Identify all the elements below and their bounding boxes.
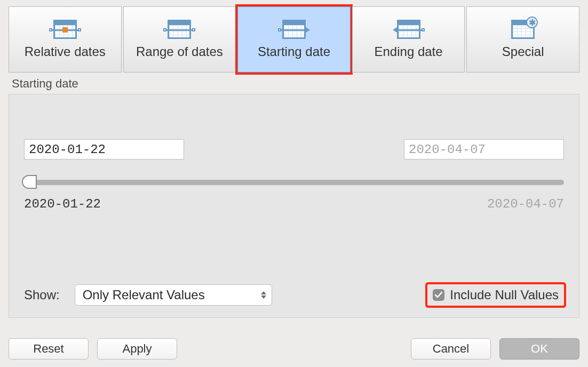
include-null-checkbox[interactable] xyxy=(433,289,444,301)
tab-label: Special xyxy=(502,44,544,59)
end-date-input xyxy=(404,139,564,159)
section-title: Starting date xyxy=(12,77,579,91)
show-select[interactable]: Only Relevant Values xyxy=(75,284,272,306)
date-filter-dialog: Relative dates Range of dates Starting d… xyxy=(0,0,588,367)
tab-ending-date[interactable]: Ending date xyxy=(352,6,465,73)
date-slider[interactable] xyxy=(24,175,564,189)
tab-special[interactable]: ✱ Special xyxy=(466,6,579,73)
calendar-start-icon xyxy=(282,20,306,39)
starting-date-panel: 2020-01-22 2020-04-07 Show: Only Relevan… xyxy=(9,94,579,318)
calendar-relative-icon xyxy=(53,20,77,39)
date-inputs-row xyxy=(24,139,564,159)
cancel-button[interactable]: Cancel xyxy=(411,338,491,360)
start-date-input[interactable] xyxy=(24,139,184,159)
slider-start-label: 2020-01-22 xyxy=(24,197,101,211)
select-stepper-icon xyxy=(256,285,272,305)
show-group: Show: Only Relevant Values xyxy=(24,284,272,306)
check-icon xyxy=(434,291,443,299)
calendar-special-icon: ✱ xyxy=(511,20,535,39)
show-label: Show: xyxy=(24,288,60,302)
apply-button[interactable]: Apply xyxy=(97,338,177,360)
tab-label: Relative dates xyxy=(25,44,106,59)
slider-end-label: 2020-04-07 xyxy=(487,197,564,211)
include-null-group[interactable]: Include Null Values xyxy=(427,284,564,306)
tab-relative-dates[interactable]: Relative dates xyxy=(9,6,122,73)
slider-handle-start[interactable] xyxy=(22,175,36,189)
tab-label: Range of dates xyxy=(136,44,223,59)
calendar-range-icon xyxy=(168,20,191,39)
slider-labels: 2020-01-22 2020-04-07 xyxy=(24,197,564,211)
tab-label: Ending date xyxy=(375,44,443,59)
tab-range-of-dates[interactable]: Range of dates xyxy=(123,6,236,73)
show-select-value: Only Relevant Values xyxy=(83,288,205,302)
calendar-end-icon xyxy=(397,20,420,39)
filter-type-tabs: Relative dates Range of dates Starting d… xyxy=(9,6,579,73)
dialog-footer: Reset Apply Cancel OK xyxy=(9,338,579,360)
reset-button[interactable]: Reset xyxy=(9,338,89,360)
tab-starting-date[interactable]: Starting date xyxy=(237,6,351,73)
tab-label: Starting date xyxy=(258,44,330,59)
ok-button[interactable]: OK xyxy=(499,338,579,360)
include-null-label: Include Null Values xyxy=(450,288,559,302)
panel-bottom-row: Show: Only Relevant Values Include Null … xyxy=(24,284,564,306)
slider-track xyxy=(28,180,564,185)
